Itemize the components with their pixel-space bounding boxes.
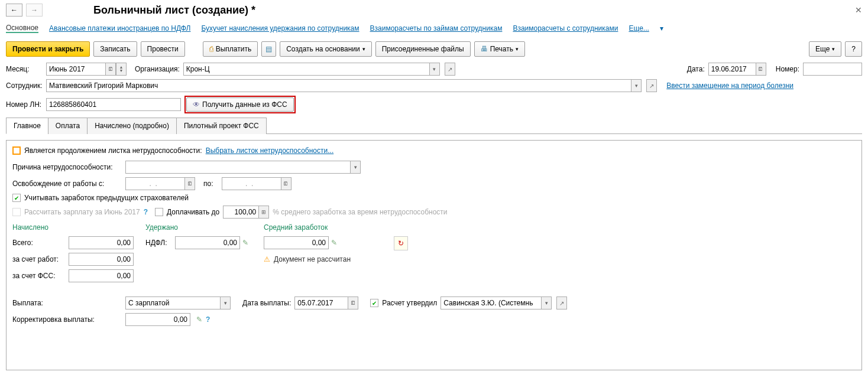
date-input[interactable] xyxy=(708,63,756,76)
approved-label: Расчет утвердил xyxy=(382,299,437,307)
number-label: Номер: xyxy=(776,65,799,73)
avg-earning-title: Средний заработок xyxy=(264,223,382,232)
more-button[interactable]: Еще ▾ xyxy=(809,41,841,57)
list-button[interactable]: ▤ xyxy=(261,41,276,57)
dropdown-icon[interactable]: ▾ xyxy=(350,161,361,174)
total-label: Всего: xyxy=(12,239,69,247)
avg-earning-input[interactable] xyxy=(264,236,329,249)
link-settlements[interactable]: Взаиморасчеты с сотрудниками xyxy=(513,24,618,32)
date-label: Дата: xyxy=(687,65,705,73)
employee-input[interactable] xyxy=(46,79,631,92)
org-input[interactable] xyxy=(183,63,429,76)
calendar-icon[interactable]: 🗓 xyxy=(281,177,292,190)
pay-button[interactable]: ⎙Выплатить xyxy=(203,41,258,57)
reason-label: Причина нетрудоспособности: xyxy=(12,163,122,171)
fss-button-highlight: 👁Получить данные из ФСС xyxy=(184,96,296,113)
prev-insurers-label: Учитывать заработок предыдущих страховат… xyxy=(24,194,189,202)
help-button[interactable]: ? xyxy=(845,41,862,57)
refresh-button[interactable]: ↻ xyxy=(394,236,408,250)
open-icon[interactable]: ↗ xyxy=(445,63,455,76)
continuation-label: Является продолжением листка нетрудоспос… xyxy=(24,146,202,155)
back-button[interactable]: ← xyxy=(6,4,22,17)
month-input[interactable] xyxy=(46,63,105,76)
payout-input[interactable] xyxy=(125,296,220,309)
deducted-title: Удержано xyxy=(145,223,252,232)
warning-row: ⚠Документ не рассчитан xyxy=(264,255,382,263)
ndfl-label: НДФЛ: xyxy=(145,239,175,247)
total-input[interactable] xyxy=(69,236,134,249)
accrued-title: Начислено xyxy=(12,223,134,232)
calendar-icon[interactable]: 🗓 xyxy=(184,177,195,190)
month-field: 🗓 ▲▼ xyxy=(46,63,127,76)
release-to-input[interactable] xyxy=(222,177,281,190)
link-advance[interactable]: Авансовые платежи иностранцев по НДФЛ xyxy=(49,24,190,32)
prev-insurers-checkbox[interactable]: ✔ xyxy=(12,194,21,202)
dropdown-icon[interactable]: ▾ xyxy=(631,79,642,92)
month-label: Месяц: xyxy=(6,65,43,73)
addpay-input[interactable] xyxy=(223,206,258,219)
print-button[interactable]: 🖶 Печать ▾ xyxy=(474,41,525,57)
tab-main-section[interactable]: Основное xyxy=(6,24,38,33)
tab-main[interactable]: Главное xyxy=(6,118,48,134)
org-label: Организация: xyxy=(135,65,180,73)
employee-label: Сотрудник: xyxy=(6,82,43,90)
open-icon[interactable]: ↗ xyxy=(646,79,657,92)
ndfl-input[interactable] xyxy=(175,236,240,249)
number-input[interactable] xyxy=(803,63,862,76)
fss-label: за счет ФСС: xyxy=(12,272,69,280)
get-fss-data-button[interactable]: 👁Получить данные из ФСС xyxy=(186,97,294,112)
tab-payment[interactable]: Оплата xyxy=(48,118,88,134)
attached-files-button[interactable]: Присоединенные файлы xyxy=(375,41,471,57)
calendar-icon[interactable]: 🗓 xyxy=(348,296,358,309)
release-label: Освобождение от работы с: xyxy=(12,180,122,188)
release-to-label: по: xyxy=(203,180,213,188)
link-accounting[interactable]: Бухучет начисления удержания по сотрудни… xyxy=(201,24,359,32)
select-sheet-link[interactable]: Выбрать листок нетрудоспособности... xyxy=(206,146,334,155)
calc-salary-label: Рассчитать зарплату за Июнь 2017 xyxy=(24,208,140,216)
payout-date-input[interactable] xyxy=(294,296,348,309)
ln-label: Номер ЛН: xyxy=(6,100,43,109)
calendar-icon[interactable]: 🗓 xyxy=(105,63,116,76)
post-button[interactable]: Провести xyxy=(141,41,185,57)
calendar-icon[interactable]: 🗓 xyxy=(756,63,766,76)
post-close-button[interactable]: Провести и закрыть xyxy=(6,41,90,57)
addpay-label: Доплачивать до xyxy=(167,208,219,216)
addpay-checkbox[interactable] xyxy=(155,208,163,216)
continuation-checkbox[interactable] xyxy=(12,146,21,155)
spinner-icon[interactable]: ▲▼ xyxy=(116,63,127,76)
edit-icon[interactable]: ✎ xyxy=(196,315,202,324)
approved-checkbox[interactable]: ✔ xyxy=(370,299,378,307)
help-icon[interactable]: ? xyxy=(206,315,210,324)
calc-icon[interactable]: ⊞ xyxy=(258,206,269,219)
close-icon[interactable]: ✕ xyxy=(855,5,862,15)
section-links: Основное Авансовые платежи иностранцев п… xyxy=(6,21,862,35)
ln-input[interactable] xyxy=(46,98,181,111)
dropdown-icon[interactable]: ▾ xyxy=(541,296,552,309)
edit-icon[interactable]: ✎ xyxy=(331,239,337,247)
edit-icon[interactable]: ✎ xyxy=(242,239,248,247)
fss-input[interactable] xyxy=(69,269,134,282)
tab-accrued[interactable]: Начислено (подробно) xyxy=(87,118,177,134)
release-from-input[interactable] xyxy=(125,177,184,190)
link-more[interactable]: Еще... xyxy=(629,24,649,32)
correction-label: Корректировка выплаты: xyxy=(12,315,122,324)
dropdown-icon[interactable]: ▾ xyxy=(220,296,231,309)
payout-label: Выплата: xyxy=(12,299,122,307)
correction-input[interactable] xyxy=(125,313,190,326)
approver-input[interactable] xyxy=(441,296,541,309)
link-loans[interactable]: Взаиморасчеты по займам сотрудникам xyxy=(370,24,503,32)
create-based-button[interactable]: Создать на основании ▾ xyxy=(280,41,372,57)
substitution-link[interactable]: Ввести замещение на период болезни xyxy=(666,82,793,90)
help-icon[interactable]: ? xyxy=(144,208,148,216)
dropdown-icon[interactable]: ▾ xyxy=(429,63,440,76)
payout-date-label: Дата выплаты: xyxy=(242,299,291,307)
addpay-suffix: % среднего заработка за время нетрудоспо… xyxy=(273,208,447,216)
open-icon[interactable]: ↗ xyxy=(556,296,567,309)
warning-icon: ⚠ xyxy=(264,255,270,263)
tab-pilot[interactable]: Пилотный проект ФСС xyxy=(176,118,267,134)
reason-input[interactable] xyxy=(125,161,350,174)
page-title: Больничный лист (создание) * xyxy=(93,4,255,17)
forward-button[interactable]: → xyxy=(26,4,43,17)
save-button[interactable]: Записать xyxy=(93,41,137,57)
employer-input[interactable] xyxy=(69,253,134,266)
